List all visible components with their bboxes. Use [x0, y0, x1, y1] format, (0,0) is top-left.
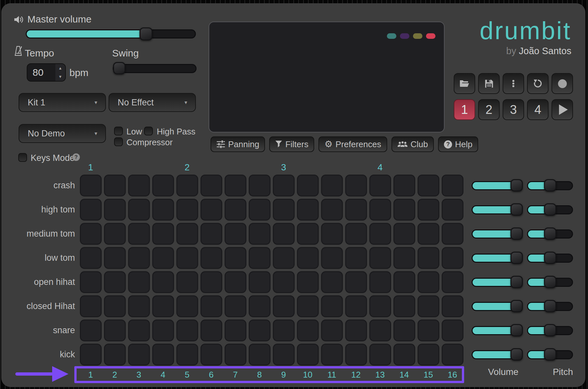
volume-knob[interactable]: [510, 203, 523, 216]
step-cell[interactable]: [297, 344, 319, 366]
play-button[interactable]: [551, 99, 573, 120]
more-options-button[interactable]: [503, 73, 524, 94]
pitch-knob[interactable]: [544, 179, 556, 192]
step-cell[interactable]: [442, 247, 463, 269]
step-cell[interactable]: [225, 223, 246, 245]
volume-knob[interactable]: [510, 348, 523, 361]
pitch-knob[interactable]: [544, 348, 556, 361]
step-cell[interactable]: [128, 175, 150, 196]
step-cell[interactable]: [418, 175, 439, 196]
step-cell[interactable]: [345, 223, 367, 245]
step-cell[interactable]: [152, 319, 174, 341]
step-cell[interactable]: [152, 271, 174, 293]
volume-knob[interactable]: [510, 324, 523, 336]
step-cell[interactable]: [80, 295, 102, 317]
step-cell[interactable]: [249, 175, 271, 196]
step-cell[interactable]: [104, 199, 126, 221]
step-cell[interactable]: [200, 175, 222, 196]
pattern-3-button[interactable]: 3: [503, 99, 524, 120]
step-cell[interactable]: [369, 247, 391, 269]
step-cell[interactable]: [200, 344, 222, 366]
step-cell[interactable]: [297, 295, 319, 317]
pattern-1-button[interactable]: 1: [454, 99, 475, 120]
panning-button[interactable]: Panning: [211, 136, 265, 152]
volume-knob[interactable]: [510, 300, 523, 312]
open-file-button[interactable]: [454, 73, 475, 94]
step-cell[interactable]: [345, 175, 367, 196]
step-cell[interactable]: [297, 271, 319, 293]
step-cell[interactable]: [176, 247, 198, 269]
pitch-knob[interactable]: [544, 300, 556, 312]
step-cell[interactable]: [225, 344, 246, 366]
preferences-button[interactable]: ⚙ Preferences: [318, 136, 387, 152]
step-cell[interactable]: [104, 271, 126, 293]
step-cell[interactable]: [249, 223, 271, 245]
row-pitch-slider[interactable]: [527, 350, 573, 359]
step-cell[interactable]: [442, 295, 463, 317]
step-cell[interactable]: [128, 271, 150, 293]
step-cell[interactable]: [152, 344, 174, 366]
step-cell[interactable]: [128, 319, 150, 341]
step-cell[interactable]: [369, 199, 391, 221]
step-cell[interactable]: [369, 319, 391, 341]
tempo-spinner[interactable]: ▲ ▼: [55, 64, 65, 81]
step-cell[interactable]: [273, 247, 295, 269]
step-cell[interactable]: [104, 223, 126, 245]
volume-knob[interactable]: [510, 179, 523, 192]
row-volume-slider[interactable]: [472, 181, 522, 190]
step-cell[interactable]: [369, 271, 391, 293]
volume-knob[interactable]: [510, 252, 523, 264]
step-cell[interactable]: [176, 271, 198, 293]
step-cell[interactable]: [273, 223, 295, 245]
step-cell[interactable]: [442, 344, 463, 366]
step-cell[interactable]: [249, 344, 271, 366]
step-cell[interactable]: [249, 295, 271, 317]
step-cell[interactable]: [297, 319, 319, 341]
volume-knob[interactable]: [510, 227, 523, 240]
row-pitch-slider[interactable]: [527, 278, 573, 287]
row-pitch-slider[interactable]: [527, 326, 573, 335]
step-cell[interactable]: [225, 199, 246, 221]
step-cell[interactable]: [249, 319, 271, 341]
step-cell[interactable]: [176, 319, 198, 341]
step-cell[interactable]: [200, 199, 222, 221]
pattern-2-button[interactable]: 2: [478, 99, 500, 120]
step-cell[interactable]: [297, 175, 319, 196]
row-volume-slider[interactable]: [472, 229, 522, 239]
step-cell[interactable]: [273, 295, 295, 317]
step-cell[interactable]: [442, 271, 463, 293]
step-cell[interactable]: [369, 175, 391, 196]
step-cell[interactable]: [418, 344, 439, 366]
step-cell[interactable]: [273, 344, 295, 366]
swing-slider[interactable]: [113, 64, 197, 73]
step-cell[interactable]: [345, 271, 367, 293]
swing-knob[interactable]: [113, 62, 125, 74]
step-cell[interactable]: [128, 199, 150, 221]
step-cell[interactable]: [80, 223, 102, 245]
step-cell[interactable]: [393, 223, 415, 245]
step-cell[interactable]: [128, 344, 150, 366]
compressor-checkbox[interactable]: [114, 137, 123, 146]
step-cell[interactable]: [176, 295, 198, 317]
club-button[interactable]: Club: [391, 136, 434, 152]
step-cell[interactable]: [128, 295, 150, 317]
step-cell[interactable]: [128, 247, 150, 269]
step-cell[interactable]: [225, 319, 246, 341]
step-cell[interactable]: [345, 295, 367, 317]
step-cell[interactable]: [152, 199, 174, 221]
row-volume-slider[interactable]: [472, 302, 522, 311]
step-cell[interactable]: [249, 247, 271, 269]
pattern-4-button[interactable]: 4: [527, 99, 549, 120]
step-cell[interactable]: [321, 175, 343, 196]
step-cell[interactable]: [418, 223, 439, 245]
step-cell[interactable]: [152, 295, 174, 317]
step-cell[interactable]: [225, 271, 246, 293]
step-cell[interactable]: [297, 199, 319, 221]
step-cell[interactable]: [393, 271, 415, 293]
step-cell[interactable]: [249, 271, 271, 293]
step-cell[interactable]: [345, 344, 367, 366]
step-cell[interactable]: [273, 175, 295, 196]
step-cell[interactable]: [104, 319, 126, 341]
step-cell[interactable]: [393, 199, 415, 221]
step-cell[interactable]: [393, 295, 415, 317]
